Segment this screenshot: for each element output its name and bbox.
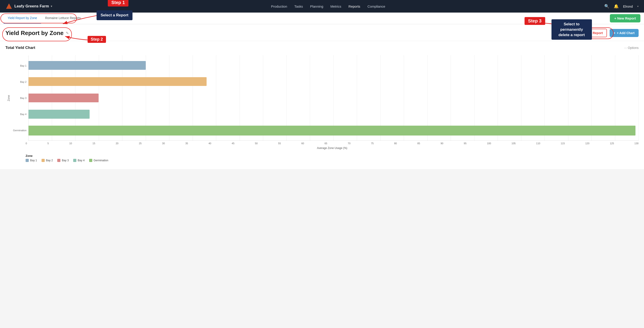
x-tick-75: 75: [371, 142, 374, 145]
brand-name: Leafy Greens Farm: [14, 4, 49, 8]
legend-color-bay3: [57, 159, 60, 162]
x-tick-10: 10: [69, 142, 72, 145]
x-tick-55: 55: [278, 142, 281, 145]
x-tick-0: 0: [26, 142, 27, 145]
report-title-area: Yield Report by Zone ✎: [6, 30, 69, 36]
x-tick-25: 25: [139, 142, 142, 145]
chart-options[interactable]: ··· Options: [624, 46, 638, 49]
bar-bay4: [28, 110, 90, 118]
legend-item-germination: Germination: [89, 159, 108, 162]
chart-header: Total Yield Chart ··· Options: [6, 45, 638, 50]
legend-item-bay2: Bay 2: [42, 159, 53, 162]
y-tick-bay4: Bay 4: [10, 106, 26, 122]
edit-icon[interactable]: ✎: [66, 31, 69, 35]
x-tick-115: 115: [561, 142, 565, 145]
search-icon[interactable]: 🔍: [604, 4, 609, 9]
bar-rows: [28, 55, 638, 140]
user-menu[interactable]: Elrond: [623, 4, 633, 8]
report-actions: Step 3 Select to permanentlydelete a rep…: [574, 29, 638, 37]
legend-label-bay1: Bay 1: [30, 159, 37, 162]
tab-yield-report-by-zone[interactable]: Yield Report by Zone: [4, 13, 41, 23]
x-tick-40: 40: [208, 142, 211, 145]
y-tick-germination: Germination: [10, 122, 26, 138]
legend-label-germination: Germination: [94, 159, 108, 162]
notification-icon[interactable]: 🔔: [614, 4, 619, 9]
bar-row-bay3: [28, 91, 638, 105]
bar-germination: [28, 126, 636, 135]
x-tick-100: 100: [487, 142, 491, 145]
legend-color-bay4: [73, 159, 76, 162]
x-tick-90: 90: [440, 142, 443, 145]
delete-report-button[interactable]: 🗑 Delete Report: [574, 29, 607, 37]
legend-color-germination: [89, 159, 92, 162]
brand: Leafy Greens Farm ▾: [6, 3, 52, 10]
x-tick-95: 95: [464, 142, 466, 145]
nav-right: 🔍 🔔 Elrond ▾: [604, 4, 638, 9]
x-tick-50: 50: [255, 142, 258, 145]
report-header: Yield Report by Zone ✎ Step 2 Step 3 Sel…: [0, 24, 644, 41]
nav-planning[interactable]: Planning: [310, 3, 324, 9]
trash-icon: 🗑: [578, 31, 581, 35]
tabs-bar: Yield Report by Zone Romaine Lettuce Rep…: [0, 12, 644, 24]
nav-compliance[interactable]: Compliance: [367, 3, 386, 9]
x-axis-ticks: 0 5 10 15 20 25 30 35 40 45 50 55 60 65 …: [6, 141, 638, 145]
legend-item-bay3: Bay 3: [57, 159, 69, 162]
navbar: Leafy Greens Farm ▾ Production Tasks Pla…: [0, 0, 644, 12]
x-tick-15: 15: [92, 142, 95, 145]
x-tick-85: 85: [418, 142, 420, 145]
bar-row-bay4: [28, 107, 638, 121]
x-tick-5: 5: [48, 142, 49, 145]
brand-logo-icon: [6, 3, 12, 10]
y-tick-bay2: Bay 2: [10, 74, 26, 90]
legend-title: Zone: [26, 154, 108, 157]
x-tick-60: 60: [301, 142, 304, 145]
new-report-button[interactable]: + New Report: [610, 14, 640, 22]
y-tick-bay3: Bay 3: [10, 90, 26, 106]
bar-chart: Zone Bay 1 Bay 2 Bay 3 Bay 4 Germination: [6, 55, 638, 162]
x-tick-105: 105: [512, 142, 516, 145]
plus-icon: +: [614, 31, 616, 35]
x-axis-label: Average Zone Usage (%): [26, 146, 638, 150]
legend-label-bay4: Bay 4: [78, 159, 85, 162]
legend-color-bay2: [42, 159, 45, 162]
legend-label-bay2: Bay 2: [46, 159, 53, 162]
bar-row-germination: [28, 123, 638, 138]
chart-area: Zone Bay 1 Bay 2 Bay 3 Bay 4 Germination: [6, 55, 638, 141]
y-tick-bay1: Bay 1: [10, 58, 26, 74]
y-axis-label: Zone: [6, 55, 10, 141]
nav-production[interactable]: Production: [270, 3, 288, 9]
bar-bay1: [28, 61, 146, 70]
tab-romaine-lettuce-reports[interactable]: Romaine Lettuce Reports: [41, 13, 85, 23]
delete-report-label: Delete Report: [582, 31, 603, 35]
y-axis-ticks: Bay 1 Bay 2 Bay 3 Bay 4 Germination: [10, 55, 28, 141]
report-title: Yield Report by Zone: [6, 30, 64, 36]
bar-row-bay2: [28, 74, 638, 89]
chart-legend: Zone Bay 1 Bay 2 Bay 3: [6, 154, 638, 162]
chart-title: Total Yield Chart: [6, 45, 35, 50]
legend-color-bay1: [26, 159, 29, 162]
tabs-list: Yield Report by Zone Romaine Lettuce Rep…: [4, 13, 610, 23]
legend-label-bay3: Bay 3: [62, 159, 69, 162]
x-tick-65: 65: [324, 142, 327, 145]
x-tick-110: 110: [536, 142, 540, 145]
legend-items: Bay 1 Bay 2 Bay 3 Bay 4: [26, 159, 108, 162]
chart-section: Total Yield Chart ··· Options Zone Bay 1…: [0, 41, 644, 169]
add-chart-button[interactable]: + + Add Chart: [610, 29, 638, 37]
x-tick-35: 35: [185, 142, 188, 145]
nav-metrics[interactable]: Metrics: [330, 3, 342, 9]
x-tick-130: 130: [634, 142, 638, 145]
x-tick-20: 20: [116, 142, 118, 145]
nav-links: Production Tasks Planning Metrics Report…: [59, 3, 597, 9]
nav-tasks[interactable]: Tasks: [294, 3, 303, 9]
bars-area: [28, 55, 638, 141]
x-tick-70: 70: [348, 142, 350, 145]
x-tick-125: 125: [610, 142, 614, 145]
user-dropdown-icon[interactable]: ▾: [637, 5, 638, 8]
brand-dropdown-icon[interactable]: ▾: [51, 5, 52, 8]
bar-row-bay1: [28, 58, 638, 73]
legend-item-bay4: Bay 4: [73, 159, 85, 162]
nav-reports[interactable]: Reports: [348, 3, 361, 9]
add-chart-label: + Add Chart: [617, 31, 634, 35]
x-tick-45: 45: [232, 142, 234, 145]
x-tick-80: 80: [394, 142, 397, 145]
